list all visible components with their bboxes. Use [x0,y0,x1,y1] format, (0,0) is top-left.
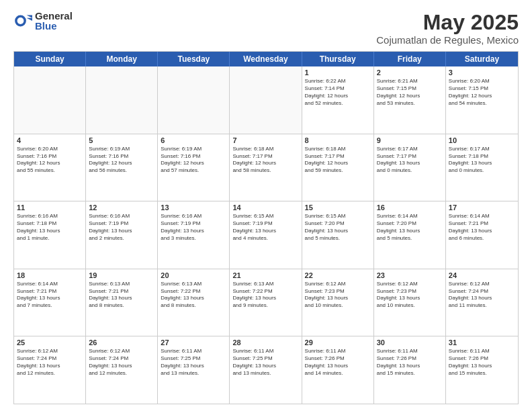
calendar-row-1: 4Sunrise: 6:20 AM Sunset: 7:16 PM Daylig… [14,134,518,202]
day-cell-10: 10Sunrise: 6:17 AM Sunset: 7:18 PM Dayli… [446,134,518,201]
day-cell-17: 17Sunrise: 6:14 AM Sunset: 7:21 PM Dayli… [446,201,518,269]
day-cell-empty-0-3 [230,66,302,134]
day-cell-27: 27Sunrise: 6:11 AM Sunset: 7:25 PM Dayli… [158,336,230,404]
logo-text: General Blue [35,11,73,31]
day-info: Sunrise: 6:12 AM Sunset: 7:23 PM Dayligh… [305,281,371,310]
logo-blue-text: Blue [35,21,73,31]
day-number: 30 [377,338,443,347]
logo-icon [13,11,32,30]
day-number: 8 [305,136,371,144]
day-number: 17 [449,203,515,212]
day-info: Sunrise: 6:13 AM Sunset: 7:22 PM Dayligh… [232,281,298,310]
day-cell-7: 7Sunrise: 6:18 AM Sunset: 7:17 PM Daylig… [230,134,302,201]
day-info: Sunrise: 6:13 AM Sunset: 7:21 PM Dayligh… [89,281,154,310]
svg-marker-2 [27,15,32,18]
day-number: 5 [89,136,154,144]
svg-point-1 [17,17,24,24]
day-info: Sunrise: 6:11 AM Sunset: 7:25 PM Dayligh… [232,348,298,377]
day-info: Sunrise: 6:14 AM Sunset: 7:20 PM Dayligh… [377,213,443,242]
day-cell-13: 13Sunrise: 6:16 AM Sunset: 7:19 PM Dayli… [158,201,230,269]
calendar-row-2: 11Sunrise: 6:16 AM Sunset: 7:18 PM Dayli… [14,201,518,269]
day-number: 19 [89,271,154,279]
day-number: 3 [449,68,515,77]
day-info: Sunrise: 6:22 AM Sunset: 7:14 PM Dayligh… [305,78,371,107]
day-cell-25: 25Sunrise: 6:12 AM Sunset: 7:24 PM Dayli… [14,336,86,404]
day-cell-28: 28Sunrise: 6:11 AM Sunset: 7:25 PM Dayli… [230,336,302,404]
day-cell-19: 19Sunrise: 6:13 AM Sunset: 7:21 PM Dayli… [86,269,158,336]
day-cell-15: 15Sunrise: 6:15 AM Sunset: 7:20 PM Dayli… [302,201,374,269]
calendar-body: 1Sunrise: 6:22 AM Sunset: 7:14 PM Daylig… [14,66,518,404]
day-cell-4: 4Sunrise: 6:20 AM Sunset: 7:16 PM Daylig… [14,134,86,201]
day-info: Sunrise: 6:19 AM Sunset: 7:16 PM Dayligh… [89,146,154,175]
day-number: 15 [305,203,371,212]
day-info: Sunrise: 6:12 AM Sunset: 7:24 PM Dayligh… [449,281,515,310]
day-info: Sunrise: 6:14 AM Sunset: 7:21 PM Dayligh… [17,281,83,310]
calendar-row-4: 25Sunrise: 6:12 AM Sunset: 7:24 PM Dayli… [14,336,518,404]
day-number: 7 [232,136,298,144]
day-cell-3: 3Sunrise: 6:20 AM Sunset: 7:15 PM Daylig… [446,66,518,134]
day-info: Sunrise: 6:11 AM Sunset: 7:26 PM Dayligh… [449,348,515,377]
day-number: 28 [232,338,298,347]
calendar-row-3: 18Sunrise: 6:14 AM Sunset: 7:21 PM Dayli… [14,269,518,337]
day-cell-5: 5Sunrise: 6:19 AM Sunset: 7:16 PM Daylig… [86,134,158,201]
day-number: 24 [449,271,515,279]
day-info: Sunrise: 6:16 AM Sunset: 7:18 PM Dayligh… [17,213,83,242]
day-number: 20 [161,271,226,279]
svg-marker-3 [27,18,32,21]
day-cell-23: 23Sunrise: 6:12 AM Sunset: 7:23 PM Dayli… [374,269,446,336]
calendar-header: SundayMondayTuesdayWednesdayThursdayFrid… [14,52,518,66]
month-title: May 2025 [376,11,519,34]
day-cell-2: 2Sunrise: 6:21 AM Sunset: 7:15 PM Daylig… [374,66,446,134]
day-info: Sunrise: 6:21 AM Sunset: 7:15 PM Dayligh… [377,78,443,107]
day-number: 4 [17,136,83,144]
logo-general-text: General [35,11,73,21]
day-info: Sunrise: 6:16 AM Sunset: 7:19 PM Dayligh… [89,213,154,242]
day-cell-30: 30Sunrise: 6:11 AM Sunset: 7:26 PM Dayli… [374,336,446,404]
day-number: 6 [161,136,226,144]
day-cell-8: 8Sunrise: 6:18 AM Sunset: 7:17 PM Daylig… [302,134,374,201]
day-number: 2 [377,68,443,77]
day-cell-empty-0-0 [14,66,86,134]
day-number: 9 [377,136,443,144]
day-cell-12: 12Sunrise: 6:16 AM Sunset: 7:19 PM Dayli… [86,201,158,269]
page: General Blue May 2025 Cojumatlan de Regu… [0,0,532,411]
day-cell-empty-0-1 [86,66,158,134]
calendar: SundayMondayTuesdayWednesdayThursdayFrid… [13,51,519,404]
location-title: Cojumatlan de Regules, Mexico [376,34,519,46]
day-info: Sunrise: 6:17 AM Sunset: 7:18 PM Dayligh… [449,146,515,175]
calendar-row-0: 1Sunrise: 6:22 AM Sunset: 7:14 PM Daylig… [14,66,518,134]
day-cell-26: 26Sunrise: 6:12 AM Sunset: 7:24 PM Dayli… [86,336,158,404]
header: General Blue May 2025 Cojumatlan de Regu… [13,11,519,46]
day-number: 23 [377,271,443,279]
day-info: Sunrise: 6:20 AM Sunset: 7:16 PM Dayligh… [17,146,83,175]
day-info: Sunrise: 6:11 AM Sunset: 7:26 PM Dayligh… [377,348,443,377]
day-cell-18: 18Sunrise: 6:14 AM Sunset: 7:21 PM Dayli… [14,269,86,336]
day-cell-16: 16Sunrise: 6:14 AM Sunset: 7:20 PM Dayli… [374,201,446,269]
day-number: 1 [305,68,371,77]
day-info: Sunrise: 6:13 AM Sunset: 7:22 PM Dayligh… [161,281,226,310]
day-info: Sunrise: 6:12 AM Sunset: 7:24 PM Dayligh… [89,348,154,377]
day-cell-29: 29Sunrise: 6:11 AM Sunset: 7:26 PM Dayli… [302,336,374,404]
weekday-header-tuesday: Tuesday [158,52,230,66]
day-number: 25 [17,338,83,347]
day-info: Sunrise: 6:19 AM Sunset: 7:16 PM Dayligh… [161,146,226,175]
day-info: Sunrise: 6:18 AM Sunset: 7:17 PM Dayligh… [305,146,371,175]
logo: General Blue [13,11,73,31]
day-cell-14: 14Sunrise: 6:15 AM Sunset: 7:19 PM Dayli… [230,201,302,269]
day-cell-1: 1Sunrise: 6:22 AM Sunset: 7:14 PM Daylig… [302,66,374,134]
day-cell-24: 24Sunrise: 6:12 AM Sunset: 7:24 PM Dayli… [446,269,518,336]
day-cell-9: 9Sunrise: 6:17 AM Sunset: 7:17 PM Daylig… [374,134,446,201]
day-number: 26 [89,338,154,347]
day-number: 27 [161,338,226,347]
day-info: Sunrise: 6:15 AM Sunset: 7:20 PM Dayligh… [305,213,371,242]
day-info: Sunrise: 6:14 AM Sunset: 7:21 PM Dayligh… [449,213,515,242]
day-cell-31: 31Sunrise: 6:11 AM Sunset: 7:26 PM Dayli… [446,336,518,404]
day-info: Sunrise: 6:12 AM Sunset: 7:24 PM Dayligh… [17,348,83,377]
day-info: Sunrise: 6:11 AM Sunset: 7:25 PM Dayligh… [161,348,226,377]
weekday-header-wednesday: Wednesday [230,52,302,66]
title-block: May 2025 Cojumatlan de Regules, Mexico [376,11,519,46]
weekday-header-saturday: Saturday [446,52,518,66]
day-cell-empty-0-2 [158,66,230,134]
day-info: Sunrise: 6:12 AM Sunset: 7:23 PM Dayligh… [377,281,443,310]
day-number: 29 [305,338,371,347]
